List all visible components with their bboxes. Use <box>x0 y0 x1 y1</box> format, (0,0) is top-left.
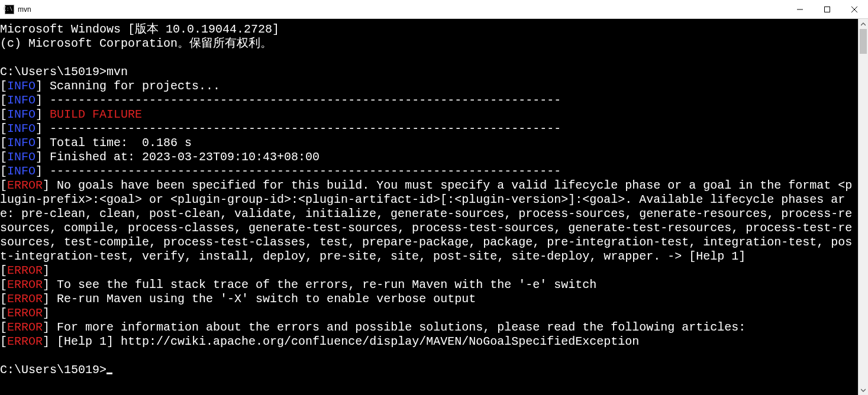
scrollbar-thumb[interactable] <box>860 29 867 54</box>
vertical-scrollbar[interactable] <box>858 19 868 395</box>
cmd-icon: C:\. <box>5 5 14 14</box>
terminal[interactable]: Microsoft Windows [版本 10.0.19044.2728] (… <box>0 19 858 395</box>
chevron-down-icon <box>861 388 866 393</box>
scrollbar-track[interactable] <box>859 29 868 385</box>
window-titlebar: C:\. mvn <box>0 0 868 19</box>
titlebar-left: C:\. mvn <box>0 5 31 14</box>
window-title: mvn <box>18 5 31 14</box>
maximize-icon <box>824 7 830 12</box>
close-icon <box>851 7 857 12</box>
minimize-icon <box>797 7 803 12</box>
scrollbar-down-button[interactable] <box>859 385 868 395</box>
svg-rect-1 <box>825 7 830 12</box>
maximize-button[interactable] <box>814 0 841 18</box>
chevron-up-icon <box>861 22 866 27</box>
client-area: Microsoft Windows [版本 10.0.19044.2728] (… <box>0 19 868 395</box>
window-controls <box>786 0 868 18</box>
close-button[interactable] <box>841 0 868 18</box>
cursor <box>107 373 112 374</box>
terminal-output: Microsoft Windows [版本 10.0.19044.2728] (… <box>0 22 858 377</box>
minimize-button[interactable] <box>786 0 814 18</box>
scrollbar-up-button[interactable] <box>859 19 868 29</box>
